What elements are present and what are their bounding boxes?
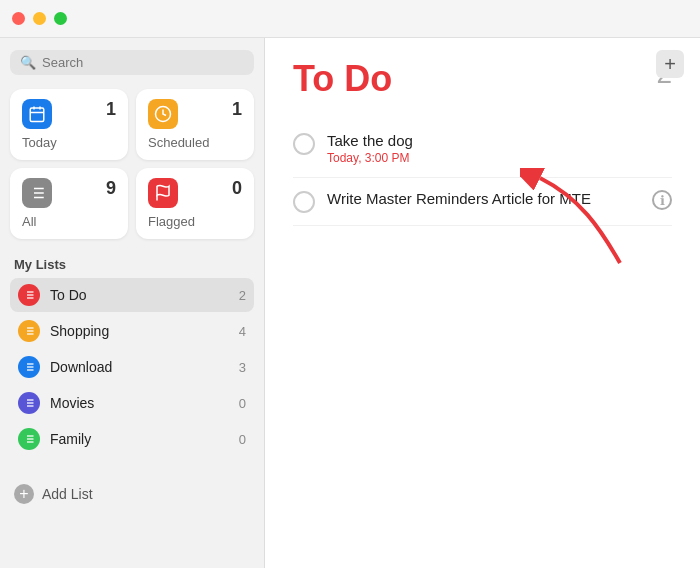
reminder-text: Take the dog Today, 3:00 PM	[327, 132, 672, 165]
shopping-list-icon	[18, 320, 40, 342]
reminders-list: Take the dog Today, 3:00 PM Write Master…	[293, 120, 672, 226]
all-icon	[22, 178, 52, 208]
reminder-complete-button[interactable]	[293, 191, 315, 213]
movies-list-name: Movies	[50, 395, 229, 411]
smart-card-today[interactable]: 1 Today	[10, 89, 128, 160]
todo-list-count: 2	[239, 288, 246, 303]
scheduled-icon	[148, 99, 178, 129]
reminder-text: Write Master Reminders Article for MTE	[327, 190, 640, 207]
family-list-count: 0	[239, 432, 246, 447]
list-item-family[interactable]: Family 0	[10, 422, 254, 456]
movies-list-count: 0	[239, 396, 246, 411]
all-count: 9	[106, 178, 116, 199]
reminder-item: Take the dog Today, 3:00 PM	[293, 120, 672, 178]
list-items: To Do 2 Shopping 4	[10, 278, 254, 456]
family-list-name: Family	[50, 431, 229, 447]
movies-list-icon	[18, 392, 40, 414]
my-lists-header: My Lists	[10, 257, 254, 272]
add-list-button[interactable]: + Add List	[10, 472, 254, 504]
search-icon: 🔍	[20, 55, 36, 70]
svg-rect-0	[30, 108, 44, 122]
scheduled-count: 1	[232, 99, 242, 120]
add-list-icon: +	[14, 484, 34, 504]
today-label: Today	[22, 135, 116, 150]
today-count: 1	[106, 99, 116, 120]
close-button[interactable]	[12, 12, 25, 25]
titlebar	[0, 0, 700, 38]
reminder-item: Write Master Reminders Article for MTE ℹ	[293, 178, 672, 226]
all-label: All	[22, 214, 116, 229]
reminder-title: Take the dog	[327, 132, 672, 149]
main-header: To Do 2	[293, 58, 672, 100]
main-title: To Do	[293, 58, 392, 100]
smart-cards-grid: 1 Today 1 Scheduled	[10, 89, 254, 239]
shopping-list-count: 4	[239, 324, 246, 339]
search-bar[interactable]: 🔍	[10, 50, 254, 75]
todo-list-icon	[18, 284, 40, 306]
download-list-icon	[18, 356, 40, 378]
smart-card-flagged[interactable]: 0 Flagged	[136, 168, 254, 239]
list-item-shopping[interactable]: Shopping 4	[10, 314, 254, 348]
download-list-count: 3	[239, 360, 246, 375]
flagged-label: Flagged	[148, 214, 242, 229]
reminder-subtitle: Today, 3:00 PM	[327, 151, 672, 165]
list-item-movies[interactable]: Movies 0	[10, 386, 254, 420]
family-list-icon	[18, 428, 40, 450]
main-content: + To Do 2 Take the dog Today, 3:00 PM Wr…	[265, 38, 700, 568]
shopping-list-name: Shopping	[50, 323, 229, 339]
flagged-icon	[148, 178, 178, 208]
app-layout: 🔍 1 Today	[0, 38, 700, 568]
scheduled-label: Scheduled	[148, 135, 242, 150]
traffic-lights	[12, 12, 67, 25]
todo-list-name: To Do	[50, 287, 229, 303]
search-input[interactable]	[42, 55, 244, 70]
maximize-button[interactable]	[54, 12, 67, 25]
today-icon	[22, 99, 52, 129]
reminder-complete-button[interactable]	[293, 133, 315, 155]
download-list-name: Download	[50, 359, 229, 375]
reminder-info-button[interactable]: ℹ	[652, 190, 672, 210]
flagged-count: 0	[232, 178, 242, 199]
smart-card-scheduled[interactable]: 1 Scheduled	[136, 89, 254, 160]
list-item-todo[interactable]: To Do 2	[10, 278, 254, 312]
reminder-title: Write Master Reminders Article for MTE	[327, 190, 640, 207]
minimize-button[interactable]	[33, 12, 46, 25]
sidebar: 🔍 1 Today	[0, 38, 265, 568]
add-reminder-button[interactable]: +	[656, 50, 684, 78]
smart-card-all[interactable]: 9 All	[10, 168, 128, 239]
list-item-download[interactable]: Download 3	[10, 350, 254, 384]
add-list-label: Add List	[42, 486, 93, 502]
